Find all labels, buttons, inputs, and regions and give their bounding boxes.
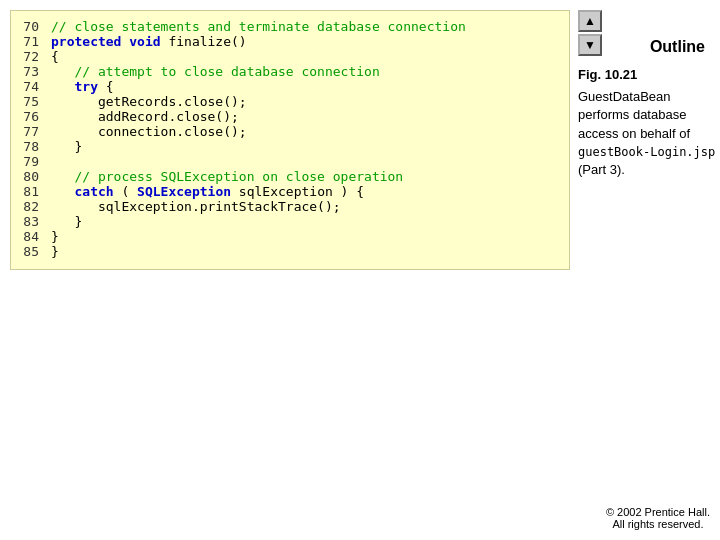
- line-code: }: [51, 229, 559, 244]
- line-number: 81: [21, 184, 51, 199]
- line-code: // attempt to close database connection: [51, 64, 559, 79]
- scroll-down-button[interactable]: ▼: [578, 34, 602, 56]
- right-panel: ▲ ▼ Outline Fig. 10.21 GuestDataBean per…: [570, 0, 720, 540]
- line-code: sqlException.printStackTrace();: [51, 199, 559, 214]
- line-code: catch ( SQLException sqlException ) {: [51, 184, 559, 199]
- table-row: 85}: [21, 244, 559, 259]
- line-number: 71: [21, 34, 51, 49]
- line-code: try {: [51, 79, 559, 94]
- nav-buttons: ▲ ▼: [578, 10, 602, 56]
- line-code: getRecords.close();: [51, 94, 559, 109]
- table-row: 84}: [21, 229, 559, 244]
- desc-normal: performs database access on behalf of: [578, 107, 690, 140]
- right-top: ▲ ▼ Outline: [578, 10, 710, 56]
- line-number: 75: [21, 94, 51, 109]
- table-row: 73 // attempt to close database connecti…: [21, 64, 559, 79]
- scroll-up-button[interactable]: ▲: [578, 10, 602, 32]
- table-row: 74 try {: [21, 79, 559, 94]
- line-code: [51, 154, 559, 169]
- table-row: 76 addRecord.close();: [21, 109, 559, 124]
- line-number: 74: [21, 79, 51, 94]
- monospace-text: guestBook-Login.jsp: [578, 145, 715, 159]
- line-code: }: [51, 244, 559, 259]
- line-number: 83: [21, 214, 51, 229]
- code-table: 70// close statements and terminate data…: [21, 19, 559, 259]
- line-code: connection.close();: [51, 124, 559, 139]
- table-row: 77 connection.close();: [21, 124, 559, 139]
- line-code: {: [51, 49, 559, 64]
- code-panel: 70// close statements and terminate data…: [10, 10, 570, 270]
- line-number: 77: [21, 124, 51, 139]
- table-row: 83 }: [21, 214, 559, 229]
- line-number: 72: [21, 49, 51, 64]
- line-number: 82: [21, 199, 51, 214]
- table-row: 75 getRecords.close();: [21, 94, 559, 109]
- line-number: 85: [21, 244, 51, 259]
- line-code: }: [51, 214, 559, 229]
- fig-title: Fig. 10.21: [578, 66, 718, 84]
- table-row: 72{: [21, 49, 559, 64]
- outline-title: Outline: [650, 38, 705, 56]
- line-number: 84: [21, 229, 51, 244]
- line-number: 80: [21, 169, 51, 184]
- table-row: 70// close statements and terminate data…: [21, 19, 559, 34]
- line-number: 70: [21, 19, 51, 34]
- table-row: 80 // process SQLException on close oper…: [21, 169, 559, 184]
- footer: © 2002 Prentice Hall. All rights reserve…: [606, 506, 710, 530]
- table-row: 81 catch ( SQLException sqlException ) {: [21, 184, 559, 199]
- footer-line1: © 2002 Prentice Hall.: [606, 506, 710, 518]
- table-row: 79: [21, 154, 559, 169]
- line-number: 76: [21, 109, 51, 124]
- desc-suffix: (Part 3).: [578, 162, 625, 177]
- line-number: 73: [21, 64, 51, 79]
- line-code: // close statements and terminate databa…: [51, 19, 559, 34]
- table-row: 78 }: [21, 139, 559, 154]
- table-row: 71protected void finalize(): [21, 34, 559, 49]
- line-code: protected void finalize(): [51, 34, 559, 49]
- line-number: 78: [21, 139, 51, 154]
- line-code: addRecord.close();: [51, 109, 559, 124]
- table-row: 82 sqlException.printStackTrace();: [21, 199, 559, 214]
- line-code: }: [51, 139, 559, 154]
- description: Fig. 10.21 GuestDataBean performs databa…: [578, 66, 718, 179]
- line-code: // process SQLException on close operati…: [51, 169, 559, 184]
- class-name: GuestDataBean: [578, 89, 671, 104]
- footer-line2: All rights reserved.: [606, 518, 710, 530]
- line-number: 79: [21, 154, 51, 169]
